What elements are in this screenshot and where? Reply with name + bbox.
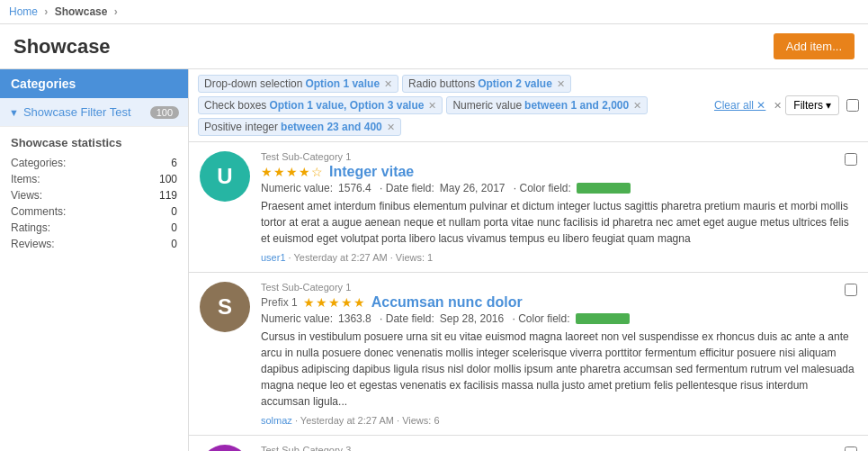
item-time: · Yesterday at 2:27 AM · Views: 1 (289, 252, 434, 263)
stat-label: Comments: (11, 205, 66, 218)
numeric-value: 1576.4 (338, 182, 371, 194)
item-prefix: Prefix 1 (261, 296, 298, 309)
item-checkbox[interactable] (845, 446, 857, 451)
stat-row: Comments:0 (11, 203, 177, 220)
filter-tag-remove[interactable]: ✕ (428, 100, 436, 112)
filter-tag-remove[interactable]: ✕ (557, 78, 565, 90)
item-footer: user1 · Yesterday at 2:27 AM · Views: 1 (261, 252, 857, 263)
sidebar-filter-count: 100 (150, 106, 179, 119)
filter-tag-key: Positive integer (204, 121, 278, 133)
filter-tag-key: Numeric value (452, 99, 522, 112)
stat-label: Ratings: (11, 221, 50, 234)
sidebar-filter-item[interactable]: ▼ Showcase Filter Test 100 (0, 98, 188, 127)
filter-tag-key: Drop-down selection (204, 77, 302, 90)
filter-tag-remove[interactable]: ✕ (384, 78, 392, 90)
numeric-value: 1363.8 (338, 312, 371, 325)
stat-value: 0 (171, 221, 177, 234)
filter-tag-close-x: ✕ (774, 100, 782, 112)
item-card: D Test Sub-Category 3 ☆☆☆☆☆ Lacinia volu… (189, 436, 868, 451)
color-label: · Color field: (509, 312, 569, 325)
item-stars: ★★★★★ (303, 295, 366, 310)
filter-tag-remove[interactable]: ✕ (633, 100, 641, 112)
stat-label: Categories: (11, 157, 66, 169)
item-description: Praesent amet interdum finibus elementum… (261, 198, 857, 247)
item-body: Test Sub-Category 1 ★★★★☆ Integer vitae … (261, 151, 857, 263)
stat-label: Views: (11, 189, 42, 202)
stat-label: Reviews: (11, 238, 55, 250)
filter-tag: Positive integer between 23 and 400✕ (198, 118, 401, 136)
breadcrumb-home[interactable]: Home (9, 5, 38, 18)
filter-tag-value: Option 1 value, Option 3 value (269, 99, 424, 112)
stat-value: 0 (171, 238, 177, 250)
sidebar-categories-title: Categories (0, 69, 188, 98)
filter-tag: Radio buttons Option 2 value✕ (402, 75, 571, 93)
filter-tag-value: Option 1 value (305, 77, 380, 90)
item-body: Test Sub-Category 3 ☆☆☆☆☆ Lacinia volutp… (261, 445, 857, 451)
select-all-checkbox[interactable] (846, 99, 859, 112)
date-label: · Date field: (377, 312, 434, 325)
filters-label: Filters (793, 99, 823, 112)
content-area: Drop-down selection Option 1 value✕Radio… (189, 69, 868, 451)
numeric-label: Numeric value: (261, 182, 333, 194)
add-item-button[interactable]: Add item... (774, 33, 855, 59)
item-meta: Numeric value:1576.4 · Date field:May 26… (261, 182, 857, 194)
item-subcategory: Test Sub-Category 1 (261, 151, 857, 162)
stat-row: Categories:6 (11, 155, 177, 171)
sidebar-arrow-icon: ▼ (9, 107, 19, 118)
stat-value: 100 (159, 173, 177, 185)
avatar: U (200, 151, 250, 202)
item-card: S Test Sub-Category 1 Prefix 1 ★★★★★ Acc… (189, 273, 868, 436)
item-author[interactable]: user1 (261, 252, 286, 263)
sidebar-stats-title: Showcase statistics (11, 136, 177, 149)
clear-all-link[interactable]: Clear all ✕ (710, 97, 770, 113)
page-header: Showcase Add item... (0, 24, 868, 69)
filter-tag-value: between 1 and 2,000 (524, 99, 629, 112)
chevron-down-icon: ▾ (826, 99, 831, 112)
numeric-label: Numeric value: (261, 312, 333, 325)
filters-button[interactable]: Filters ▾ (785, 95, 839, 115)
stat-label: Items: (11, 173, 40, 185)
avatar: S (200, 282, 250, 332)
item-meta: Numeric value:1363.8 · Date field:Sep 28… (261, 312, 857, 325)
item-card: U Test Sub-Category 1 ★★★★☆ Integer vita… (189, 142, 868, 273)
item-checkbox[interactable] (845, 153, 857, 166)
filter-tag: Drop-down selection Option 1 value✕ (198, 75, 398, 93)
item-author[interactable]: solmaz (261, 415, 292, 426)
breadcrumb-sep2: › (114, 5, 118, 18)
item-title-row: Prefix 1 ★★★★★ Accumsan nunc dolor (261, 294, 857, 311)
stat-value: 6 (171, 157, 177, 169)
stat-row: Ratings:0 (11, 220, 177, 236)
sidebar-stats: Showcase statistics Categories:6Items:10… (0, 127, 188, 261)
filter-tag-key: Check boxes (204, 99, 266, 112)
stat-value: 119 (159, 189, 177, 202)
avatar: D (200, 445, 250, 451)
filter-tag-remove[interactable]: ✕ (387, 122, 395, 133)
item-subcategory: Test Sub-Category 1 (261, 282, 857, 293)
item-checkbox[interactable] (845, 284, 857, 296)
item-title[interactable]: Accumsan nunc dolor (371, 294, 523, 311)
color-swatch (576, 313, 630, 324)
item-subcategory: Test Sub-Category 3 (261, 445, 857, 451)
filter-tag-value: Option 2 value (478, 77, 552, 90)
color-label: · Color field: (510, 182, 570, 194)
stat-row: Items:100 (11, 171, 177, 187)
date-label: · Date field: (377, 182, 434, 194)
stat-row: Reviews:0 (11, 236, 177, 252)
item-footer: solmaz · Yesterday at 2:27 AM · Views: 6 (261, 415, 857, 426)
filter-tag: Check boxes Option 1 value, Option 3 val… (198, 96, 443, 114)
items-list: U Test Sub-Category 1 ★★★★☆ Integer vita… (189, 142, 868, 451)
breadcrumb: Home › Showcase › (0, 0, 868, 24)
filter-tag-key: Radio buttons (408, 77, 475, 90)
filter-tag: Numeric value between 1 and 2,000✕ (446, 96, 648, 114)
item-stars: ★★★★☆ (261, 165, 324, 179)
date-value: May 26, 2017 (440, 182, 506, 194)
item-title[interactable]: Integer vitae (329, 164, 414, 180)
date-value: Sep 28, 2016 (440, 312, 504, 325)
item-time: · Yesterday at 2:27 AM · Views: 6 (295, 415, 440, 426)
stat-value: 0 (171, 205, 177, 218)
breadcrumb-current: Showcase (55, 5, 108, 18)
sidebar-filter-label: Showcase Filter Test (23, 105, 150, 119)
stat-row: Views:119 (11, 187, 177, 203)
item-description: Cursus in vestibulum posuere urna sit eu… (261, 329, 857, 410)
breadcrumb-sep: › (44, 5, 48, 18)
